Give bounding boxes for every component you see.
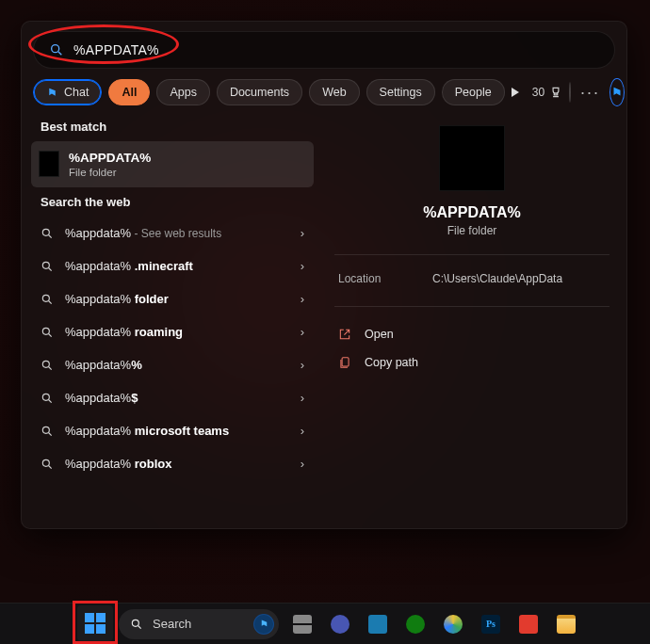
web-result-label: %appdata% microsoft teams — [65, 424, 229, 438]
web-result[interactable]: %appdata%$› — [31, 381, 314, 414]
web-result-suffix: folder — [135, 292, 169, 306]
chevron-right-icon: › — [301, 292, 304, 306]
best-match-subtitle: File folder — [69, 167, 302, 178]
web-result[interactable]: %appdata% .minecraft› — [31, 250, 314, 282]
taskbar-taskview[interactable] — [288, 610, 317, 638]
taskbar-explorer[interactable] — [552, 610, 580, 638]
search-field-wrapper[interactable] — [33, 31, 615, 69]
taskbar-teams[interactable] — [326, 610, 354, 638]
web-result-label: %appdata% roblox — [65, 457, 171, 471]
chevron-right-icon: › — [301, 358, 304, 372]
taskbar-search-label: Search — [153, 617, 191, 631]
best-match-result[interactable]: %APPDATA% File folder — [31, 141, 314, 187]
web-result-label: %appdata%$ — [65, 391, 138, 405]
web-result[interactable]: %appdata% roaming› — [31, 315, 314, 348]
chevron-right-icon: › — [301, 325, 304, 339]
svg-rect-18 — [342, 358, 349, 366]
web-result-prefix: %appdata% — [65, 424, 135, 438]
more-button[interactable]: ··· — [577, 83, 603, 103]
location-label: Location — [338, 272, 404, 285]
svg-point-12 — [42, 394, 49, 400]
search-icon — [41, 359, 54, 372]
svg-point-6 — [42, 295, 49, 301]
action-copy-label: Copy path — [365, 356, 418, 369]
search-icon — [41, 458, 54, 471]
svg-line-15 — [49, 432, 52, 435]
web-result[interactable]: %appdata% microsoft teams› — [31, 414, 314, 447]
chevron-right-icon: › — [301, 424, 304, 438]
filter-apps[interactable]: Apps — [156, 79, 210, 105]
action-copy-path[interactable]: Copy path — [334, 348, 609, 377]
preview-subtitle: File folder — [334, 224, 609, 237]
action-open[interactable]: Open — [334, 320, 609, 348]
divider — [334, 306, 609, 307]
trophy-icon — [549, 86, 562, 99]
filter-documents[interactable]: Documents — [217, 79, 302, 105]
taskbar: Search Ps — [0, 603, 650, 644]
svg-line-3 — [49, 234, 52, 237]
svg-line-11 — [49, 366, 52, 369]
chevron-right-icon: › — [301, 391, 304, 405]
search-icon — [41, 293, 54, 306]
svg-line-20 — [138, 625, 141, 628]
folder-thumb-icon — [39, 151, 59, 177]
search-input[interactable] — [73, 42, 599, 57]
filter-chat[interactable]: Chat — [33, 79, 102, 105]
taskbar-search[interactable]: Search — [119, 609, 279, 639]
user-avatar[interactable] — [569, 82, 571, 103]
search-icon — [41, 227, 54, 240]
taskbar-photoshop[interactable]: Ps — [477, 610, 505, 638]
web-result-suffix: roaming — [135, 325, 183, 339]
web-result[interactable]: %appdata% folder› — [31, 282, 314, 315]
chevron-right-icon: › — [301, 226, 304, 240]
web-result-suffix: % — [131, 358, 142, 372]
filter-settings[interactable]: Settings — [366, 79, 435, 105]
location-value: C:\Users\Claude\AppData — [432, 272, 562, 285]
preview-title: %APPDATA% — [334, 204, 609, 221]
svg-line-1 — [58, 52, 61, 55]
search-icon — [49, 42, 64, 57]
search-icon — [130, 618, 143, 631]
filter-overflow[interactable] — [512, 88, 519, 97]
chevron-right-icon — [512, 88, 519, 97]
search-icon — [41, 260, 54, 273]
filter-people-label: People — [455, 86, 492, 99]
filter-all[interactable]: All — [108, 79, 150, 105]
search-icon — [41, 326, 54, 339]
filter-row: Chat All Apps Documents Web Settings Peo… — [22, 69, 626, 112]
web-result-prefix: %appdata% — [65, 325, 135, 339]
svg-point-8 — [42, 328, 49, 334]
web-result-prefix: %appdata% — [65, 358, 131, 372]
svg-point-10 — [42, 361, 49, 367]
web-result-label: %appdata% roaming — [65, 325, 183, 339]
start-button[interactable] — [77, 605, 113, 641]
filter-settings-label: Settings — [380, 86, 422, 99]
windows-logo-icon — [85, 613, 106, 634]
filter-web[interactable]: Web — [309, 79, 359, 105]
taskbar-xbox[interactable] — [401, 610, 430, 638]
copy-icon — [338, 356, 351, 369]
taskbar-app-red[interactable] — [514, 610, 543, 638]
svg-line-17 — [49, 465, 52, 468]
web-result-suffix: $ — [131, 391, 138, 405]
web-result-prefix: %appdata% — [65, 292, 135, 306]
divider — [334, 254, 609, 255]
best-match-heading: Best match — [31, 112, 314, 141]
taskbar-app-blue[interactable] — [364, 610, 392, 638]
web-result-label: %appdata% - See web results — [65, 226, 221, 240]
taskbar-bing-icon[interactable] — [253, 614, 274, 635]
web-result-prefix: %appdata% — [65, 391, 131, 405]
web-result-suffix: roblox — [135, 457, 172, 471]
preview-thumb-icon — [439, 125, 505, 191]
search-icon — [41, 392, 54, 405]
web-result[interactable]: %appdata% roblox› — [31, 447, 314, 480]
taskbar-browser[interactable] — [439, 610, 467, 638]
rewards-points[interactable]: 30 — [532, 86, 562, 99]
web-result[interactable]: %appdata% - See web results› — [31, 217, 314, 250]
svg-point-4 — [42, 262, 49, 268]
bing-button[interactable] — [609, 78, 625, 106]
web-result-suffix: microsoft teams — [135, 424, 229, 438]
svg-line-13 — [49, 399, 52, 402]
filter-people[interactable]: People — [442, 79, 505, 105]
web-result[interactable]: %appdata%%› — [31, 348, 314, 381]
